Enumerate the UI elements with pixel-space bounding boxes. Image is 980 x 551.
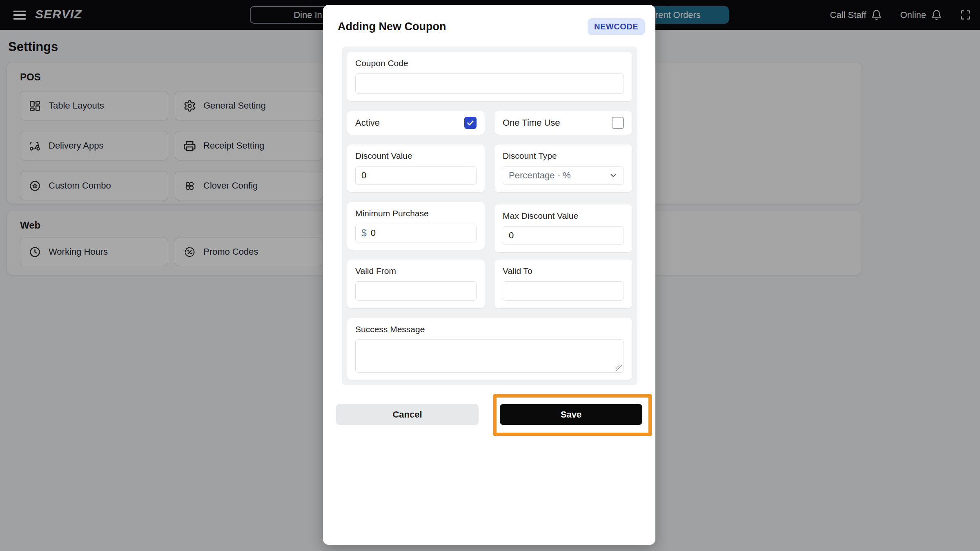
minimum-purchase-field-card: Minimum Purchase $ bbox=[347, 202, 485, 250]
purchase-row: Minimum Purchase $ Max Discount Value bbox=[347, 202, 632, 250]
minimum-purchase-input[interactable] bbox=[371, 228, 470, 238]
max-discount-value-input[interactable] bbox=[503, 226, 624, 245]
coupon-code-label: Coupon Code bbox=[355, 58, 624, 68]
max-discount-value-field-card: Max Discount Value bbox=[494, 204, 632, 252]
active-field-card: Active bbox=[347, 111, 485, 135]
toggles-row: Active One Time Use bbox=[347, 111, 632, 135]
valid-from-field-card: Valid From bbox=[347, 260, 485, 308]
success-message-textarea[interactable] bbox=[355, 339, 624, 373]
adding-new-coupon-modal: Adding New Coupon NEWCODE Coupon Code Ac… bbox=[323, 5, 655, 545]
discount-type-value: Percentage - % bbox=[509, 170, 571, 181]
one-time-use-field-card: One Time Use bbox=[494, 111, 632, 135]
discount-value-label: Discount Value bbox=[355, 151, 477, 161]
valid-from-input[interactable] bbox=[355, 281, 477, 301]
one-time-use-label: One Time Use bbox=[503, 118, 560, 128]
save-button-wrap: Save bbox=[500, 404, 642, 425]
coupon-form: Coupon Code Active One Time Use bbox=[342, 47, 637, 385]
valid-to-label: Valid To bbox=[503, 266, 624, 276]
dollar-sign-icon: $ bbox=[361, 228, 367, 239]
coupon-code-badge: NEWCODE bbox=[588, 18, 645, 35]
save-button[interactable]: Save bbox=[500, 404, 642, 425]
active-checkbox[interactable] bbox=[464, 117, 477, 129]
discount-row: Discount Value Discount Type Percentage … bbox=[347, 144, 632, 192]
valid-from-label: Valid From bbox=[355, 266, 477, 276]
success-message-label: Success Message bbox=[355, 324, 624, 334]
active-label: Active bbox=[355, 118, 380, 128]
one-time-use-checkbox[interactable] bbox=[612, 117, 624, 129]
validity-row: Valid From Valid To bbox=[347, 260, 632, 308]
discount-type-field-card: Discount Type Percentage - % bbox=[494, 144, 632, 192]
coupon-code-field-card: Coupon Code bbox=[347, 52, 632, 101]
discount-value-input[interactable] bbox=[355, 166, 477, 185]
checkmark-icon bbox=[466, 119, 474, 127]
discount-type-select[interactable]: Percentage - % bbox=[503, 166, 624, 185]
coupon-code-input[interactable] bbox=[355, 73, 624, 94]
modal-footer: Cancel Save bbox=[336, 404, 642, 425]
app-root: SERVIZ Dine In Current Orders Call Staff… bbox=[0, 0, 980, 551]
chevron-down-icon bbox=[609, 171, 618, 180]
minimum-purchase-wrap: $ bbox=[355, 224, 477, 242]
modal-title: Adding New Coupon bbox=[338, 20, 446, 33]
resize-grip-icon[interactable] bbox=[616, 365, 622, 371]
discount-type-label: Discount Type bbox=[503, 151, 624, 161]
success-message-field-card: Success Message bbox=[347, 318, 632, 380]
valid-to-field-card: Valid To bbox=[494, 260, 632, 308]
max-discount-value-label: Max Discount Value bbox=[503, 211, 624, 221]
valid-to-input[interactable] bbox=[503, 281, 624, 301]
discount-value-field-card: Discount Value bbox=[347, 144, 485, 192]
cancel-button[interactable]: Cancel bbox=[336, 404, 479, 425]
minimum-purchase-label: Minimum Purchase bbox=[355, 209, 477, 218]
modal-header: Adding New Coupon NEWCODE bbox=[323, 5, 655, 35]
